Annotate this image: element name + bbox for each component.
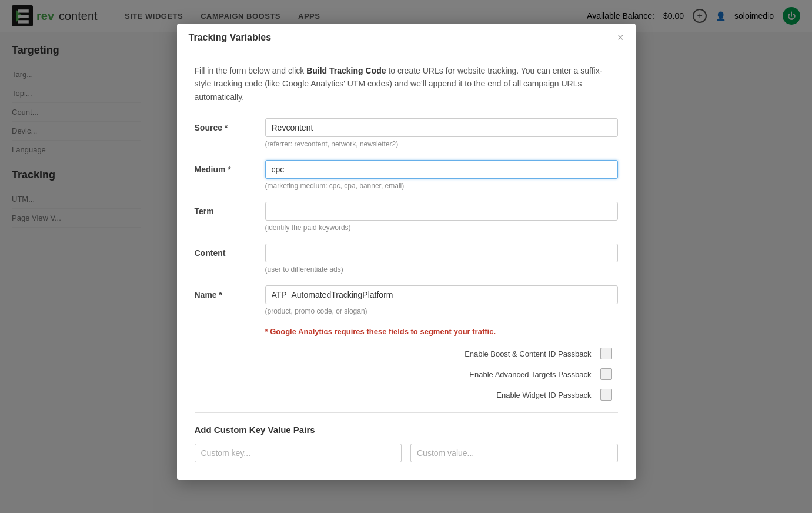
- checkbox-widget-label: Enable Widget ID Passback: [496, 391, 591, 399]
- term-label: Term: [195, 202, 265, 216]
- term-input[interactable]: [265, 202, 618, 221]
- checkbox-boost-row: Enable Boost & Content ID Passback: [195, 348, 618, 359]
- name-hint: (product, promo code, or slogan): [265, 307, 618, 315]
- content-field-wrap: (user to differentiate ads): [265, 244, 618, 274]
- content-hint: (user to differentiate ads): [265, 265, 618, 274]
- medium-field-wrap: (marketing medium: cpc, cpa, banner, ema…: [265, 160, 618, 190]
- custom-key-inputs: [195, 444, 618, 462]
- checkbox-widget-row: Enable Widget ID Passback: [195, 389, 618, 401]
- divider: [195, 412, 618, 413]
- checkbox-advanced-row: Enable Advanced Targets Passback: [195, 368, 618, 380]
- medium-row: Medium * (marketing medium: cpc, cpa, ba…: [195, 160, 618, 190]
- source-row: Source * (referrer: revcontent, network,…: [195, 118, 618, 148]
- name-label: Name *: [195, 285, 265, 299]
- term-row: Term (identify the paid keywords): [195, 202, 618, 232]
- term-hint: (identify the paid keywords): [265, 224, 618, 232]
- checkbox-advanced-label: Enable Advanced Targets Passback: [469, 370, 591, 379]
- modal-intro: Fill in the form below and click Build T…: [195, 64, 618, 104]
- medium-hint: (marketing medium: cpc, cpa, banner, ema…: [265, 182, 618, 190]
- medium-label: Medium *: [195, 160, 265, 174]
- content-row: Content (user to differentiate ads): [195, 244, 618, 274]
- modal-close-button[interactable]: ×: [617, 32, 624, 43]
- name-input[interactable]: [265, 285, 618, 304]
- source-hint: (referrer: revcontent, network, newslett…: [265, 140, 618, 148]
- source-label: Source *: [195, 118, 265, 132]
- content-label: Content: [195, 244, 265, 258]
- modal-intro-bold: Build Tracking Code: [306, 66, 386, 75]
- custom-key-input[interactable]: [195, 444, 402, 462]
- source-field-wrap: (referrer: revcontent, network, newslett…: [265, 118, 618, 148]
- modal-body: Fill in the form below and click Build T…: [177, 52, 636, 480]
- source-input[interactable]: [265, 118, 618, 137]
- custom-key-title: Add Custom Key Value Pairs: [195, 425, 618, 435]
- ga-note: * Google Analytics requires these fields…: [195, 327, 618, 336]
- medium-input[interactable]: [265, 160, 618, 179]
- modal-title: Tracking Variables: [189, 32, 272, 43]
- checkbox-boost[interactable]: [600, 348, 612, 359]
- name-row: Name * (product, promo code, or slogan): [195, 285, 618, 315]
- term-field-wrap: (identify the paid keywords): [265, 202, 618, 232]
- checkbox-advanced[interactable]: [600, 368, 612, 380]
- name-field-wrap: (product, promo code, or slogan): [265, 285, 618, 315]
- checkbox-widget[interactable]: [600, 389, 612, 401]
- checkbox-boost-label: Enable Boost & Content ID Passback: [465, 349, 591, 358]
- custom-key-section: Add Custom Key Value Pairs: [195, 425, 618, 468]
- content-input[interactable]: [265, 244, 618, 262]
- custom-value-input[interactable]: [410, 444, 618, 462]
- modal-header: Tracking Variables ×: [177, 24, 636, 52]
- tracking-variables-modal: Tracking Variables × Fill in the form be…: [177, 24, 636, 480]
